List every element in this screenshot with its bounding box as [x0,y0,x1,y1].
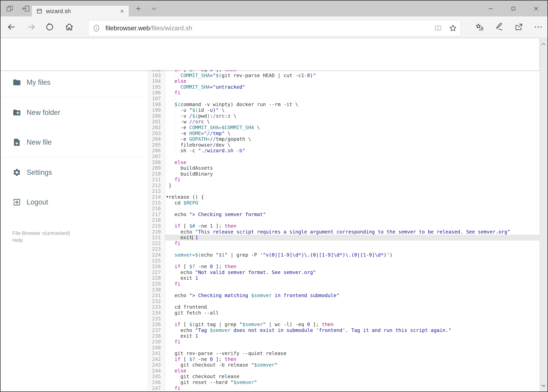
code-line[interactable]: 203 -e HOME="//tmp" \ [147,131,539,136]
code-line[interactable]: 219 if [ $# -ne 1 ]; then [147,223,539,229]
line-number: 235 [147,316,165,322]
code-line[interactable]: 214release () { [147,194,539,200]
code-line[interactable]: 192 if [ $? -eq 0 ]; then [147,70,539,73]
site-info-icon[interactable] [92,24,101,32]
favorite-button[interactable] [445,24,460,33]
hub-favorites-button[interactable] [471,16,489,38]
page-scrollbar[interactable] [539,38,548,392]
code-line[interactable]: 220 echo "This release script requires a… [147,229,539,235]
code-line[interactable]: 241 git rev-parse --verify --quiet relea… [147,350,539,356]
sidebar-item-label: My files [27,78,50,86]
page-favicon-icon [36,8,42,14]
code-line[interactable]: 218 [147,217,539,223]
code-line[interactable]: 207 [147,154,539,160]
code-line[interactable]: 230 [147,287,539,293]
code-line[interactable]: 227 echo "Not valid semver format. See s… [147,269,539,275]
code-text: -e COMMIT_SHA=$COMMIT_SHA \ [165,125,539,131]
line-number: 208 [147,160,165,165]
code-line[interactable]: 228 exit 1 [147,275,539,281]
code-line[interactable]: 199 -u "$(id -u)" \ [147,107,539,113]
code-line[interactable]: 212} [147,182,539,189]
maximize-button[interactable] [502,0,525,16]
code-line[interactable]: 247 fi [147,385,539,391]
tab-close-icon[interactable] [119,8,125,14]
code-line[interactable]: 234 git fetch --all [147,310,539,316]
code-line[interactable]: 213 [147,188,539,194]
line-number: 237 [147,327,165,333]
code-line[interactable]: 235 [147,316,539,322]
code-line[interactable]: 244 else [147,368,539,374]
code-line[interactable]: 223 [147,246,539,252]
annotate-button[interactable] [490,16,508,38]
home-button[interactable] [61,16,78,38]
forward-button[interactable] [22,16,40,38]
code-line[interactable]: 238 exit 1 [147,333,539,339]
code-line[interactable]: 216 [147,206,539,211]
code-line[interactable]: 226 if [ $? -ne 0 ]; then [147,264,539,269]
code-line[interactable]: 245 git checkout release [147,374,539,379]
code-line[interactable]: 239 fi [147,339,539,345]
sidebar-item-logout[interactable]: Logout [0,194,145,210]
scroll-up-button[interactable] [539,38,548,50]
code-line[interactable]: 205 filebrowser/dev \ [147,142,539,148]
address-bar[interactable]: filebrowser.web/files/wizard.sh [88,20,461,36]
code-line[interactable]: 224 semver=$(echo "$1" | grep -P '^v(0|[… [147,252,539,258]
line-number: 193 [147,73,165,78]
code-line[interactable]: 200 -v /$(pwd):/src:z \ [147,113,539,119]
reading-view-button[interactable] [431,24,445,32]
code-line[interactable]: 221 exit 1 [147,235,539,240]
code-line[interactable]: 225 [147,258,539,264]
code-line[interactable]: 204 -e GOPATH=//tmp/gopath \ [147,136,539,142]
code-line[interactable]: 229 fi [147,281,539,287]
code-line[interactable]: 217 echo "> Checking semver format" [147,211,539,217]
code-line[interactable]: 246 git reset --hard "$semver" [147,379,539,385]
code-line[interactable]: 242 if [ $? -ne 0 ]; then [147,356,539,362]
code-line[interactable]: 196 fi [147,90,539,96]
code-line[interactable]: 198 $(command -v winpty) docker run --rm… [147,102,539,107]
help-link[interactable]: Help [12,237,23,243]
share-button[interactable] [510,16,527,38]
code-line[interactable]: 211 fi [147,177,539,182]
scroll-down-button[interactable] [539,380,548,392]
code-line[interactable]: 206 sh -c "./wizard.sh -b" [147,148,539,154]
browser-tab[interactable]: wizard.sh [32,6,129,16]
back-button[interactable] [3,16,20,38]
set-tabs-aside-button[interactable] [2,0,17,16]
code-line[interactable]: 201 -w //src \ [147,119,539,125]
code-line[interactable]: 193 COMMIT_SHA="$(git rev-parse HEAD | c… [147,73,539,78]
code-line[interactable]: 233 cd frontend [147,304,539,310]
code-line[interactable]: 202 -e COMMIT_SHA=$COMMIT_SHA \ [147,125,539,131]
more-menu-button[interactable] [529,16,547,38]
code-text: cd frontend [165,304,539,310]
sidebar-item-settings[interactable]: Settings [0,164,145,181]
new-tab-button[interactable] [131,0,145,16]
tabs-set-aside-button[interactable] [18,0,34,16]
code-line[interactable]: 210 buildBinary [147,171,539,177]
code-line[interactable]: 208 else [147,160,539,165]
code-line[interactable]: 222 fi [147,240,539,246]
fold-marker-icon[interactable] [166,196,168,198]
code-line[interactable]: 215 cd $REPO [147,200,539,206]
code-line[interactable]: 237 echo "Tag $semver does not exist in … [147,327,539,333]
code-editor[interactable]: 192 if [ $? -eq 0 ]; then193 COMMIT_SHA=… [147,70,539,392]
code-line[interactable]: 232 [147,298,539,304]
code-text: echo "Tag $semver does not exist in subm… [165,327,539,333]
code-line[interactable]: 243 git checkout -b release "$semver" [147,362,539,368]
sidebar-item-my-files[interactable]: My files [0,74,145,91]
code-line[interactable]: 240 [147,345,539,351]
tab-preview-button[interactable] [147,0,161,16]
sidebar-item-new-folder[interactable]: New folder [0,104,145,121]
code-line[interactable]: 231 echo "> Checking matching $semver in… [147,293,539,298]
minimize-button[interactable] [479,0,502,16]
line-number: 238 [147,333,165,339]
sidebar-item-new-file[interactable]: New file [0,134,145,151]
code-line[interactable]: 197 [147,96,539,102]
code-text [165,188,539,194]
code-line[interactable]: 209 buildAssets [147,165,539,171]
chevron-down-icon [540,382,547,389]
code-line[interactable]: 236 if [ $(git tag | grep "$semver" | wc… [147,322,539,327]
refresh-button[interactable] [41,16,58,38]
close-window-button[interactable] [525,0,548,16]
code-line[interactable]: 195 COMMIT_SHA="untracked" [147,84,539,90]
code-line[interactable]: 194 else [147,78,539,84]
